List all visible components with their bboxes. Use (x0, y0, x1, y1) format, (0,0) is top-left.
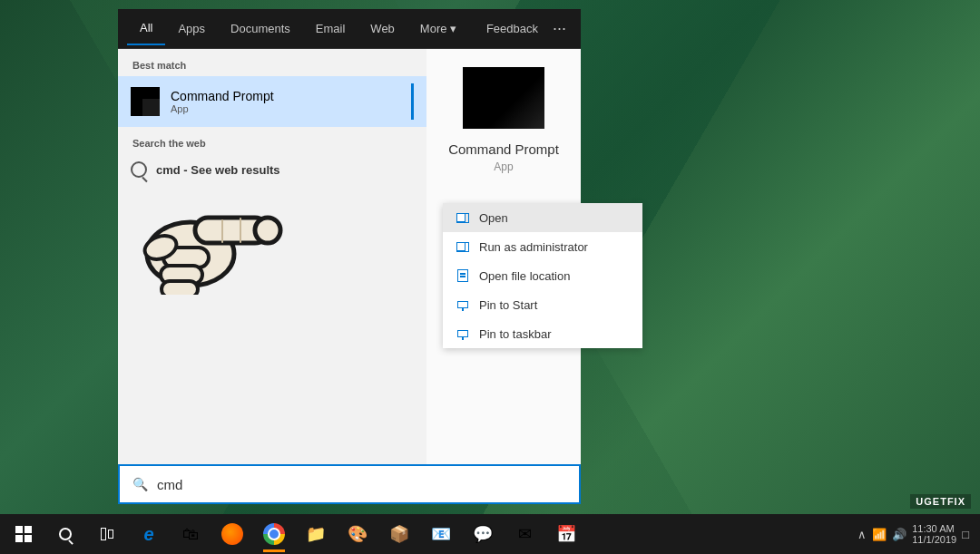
edge-icon: e (143, 524, 153, 545)
context-menu-open-file-location[interactable]: Open file location (443, 261, 642, 290)
network-icon: 📶 (872, 528, 887, 541)
chrome-icon (263, 523, 285, 545)
action-center-icon: □ (962, 528, 969, 541)
filter-tabs: All Apps Documents Email Web More ▾ Feed… (118, 9, 581, 49)
taskview-icon (101, 528, 113, 540)
tab-web[interactable]: Web (358, 13, 407, 44)
search-box-value[interactable]: cmd (157, 477, 182, 492)
taskbar-teams-button[interactable]: 💬 (463, 514, 503, 554)
taskbar-taskview-button[interactable] (87, 514, 127, 554)
pin-taskbar-icon (456, 326, 470, 341)
teams-icon: 💬 (473, 524, 493, 544)
best-match-label: Best match (118, 49, 426, 76)
result-item-cmd[interactable]: Command Prompt App (118, 76, 426, 127)
store-icon: 🛍 (182, 525, 199, 544)
mail-icon: ✉ (518, 524, 532, 544)
more-options-button[interactable]: ··· (547, 19, 572, 38)
tab-apps[interactable]: Apps (165, 13, 218, 44)
result-item-name: Command Prompt (171, 89, 274, 103)
file-location-icon (456, 268, 470, 283)
app2-icon: 📦 (389, 524, 409, 544)
taskbar: e 🛍 📁 🎨 📦 📧 💬 (0, 514, 980, 554)
notification-area: ∧ 📶 🔊 11:30 AM11/1/2019 □ (850, 523, 976, 545)
result-item-text: Command Prompt App (171, 89, 274, 114)
tab-documents[interactable]: Documents (218, 13, 303, 44)
result-item-type: App (171, 103, 274, 114)
context-menu-run-as-admin[interactable]: Run as administrator (443, 232, 642, 261)
taskbar-calendar-button[interactable]: 📅 (546, 514, 586, 554)
svg-point-2 (255, 218, 280, 243)
search-box-container: 🔍 cmd (118, 464, 581, 504)
tab-email[interactable]: Email (303, 13, 358, 44)
scroll-indicator (411, 83, 414, 120)
taskbar-outlook-button[interactable]: 📧 (421, 514, 461, 554)
svg-rect-5 (162, 281, 198, 295)
context-menu-pin-start[interactable]: Pin to Start (443, 290, 642, 319)
right-panel: Command Prompt App Open Run as adm (426, 49, 581, 499)
taskbar-search-button[interactable] (45, 514, 85, 554)
active-indicator (263, 549, 285, 552)
taskbar-edge-button[interactable]: e (129, 514, 169, 554)
context-menu-pin-taskbar[interactable]: Pin to taskbar (443, 319, 642, 348)
outlook-icon: 📧 (431, 524, 451, 544)
open-icon (456, 210, 470, 225)
cmd-icon (131, 87, 160, 116)
search-icon (59, 528, 72, 540)
app-preview-name: Command Prompt (448, 141, 559, 157)
taskbar-app1-button[interactable]: 🎨 (338, 514, 377, 554)
admin-icon (456, 239, 470, 254)
watermark: UGETFIX (910, 494, 971, 509)
taskbar-app2-button[interactable]: 📦 (379, 514, 419, 554)
pin-start-icon (456, 297, 470, 312)
desktop: All Apps Documents Email Web More ▾ Feed… (0, 0, 980, 554)
taskbar-chrome-button[interactable] (254, 514, 294, 554)
taskbar-mail-button[interactable]: ✉ (505, 514, 544, 554)
firefox-icon (221, 523, 243, 545)
context-menu-open[interactable]: Open (443, 203, 642, 232)
volume-icon: 🔊 (892, 528, 906, 541)
explorer-icon: 📁 (306, 524, 326, 544)
tab-more[interactable]: More ▾ (407, 13, 469, 44)
context-menu: Open Run as administrator Open file loca… (443, 203, 642, 348)
calendar-icon: 📅 (556, 524, 576, 544)
search-box-icon: 🔍 (132, 477, 148, 491)
hand-cursor-illustration (132, 150, 286, 295)
tab-all[interactable]: All (127, 12, 165, 45)
app1-icon: 🎨 (348, 524, 368, 544)
clock: 11:30 AM11/1/2019 (912, 523, 956, 545)
feedback-button[interactable]: Feedback (486, 22, 538, 35)
notif-up-icon: ∧ (858, 528, 867, 541)
app-preview-icon (463, 67, 544, 129)
taskbar-start-button[interactable] (4, 514, 44, 554)
taskbar-store-button[interactable]: 🛍 (171, 514, 211, 554)
taskbar-explorer-button[interactable]: 📁 (296, 514, 336, 554)
filter-tabs-right: Feedback ··· (486, 19, 572, 38)
taskbar-firefox-button[interactable] (212, 514, 252, 554)
app-preview-type: App (494, 160, 513, 173)
windows-logo-icon (15, 526, 32, 542)
